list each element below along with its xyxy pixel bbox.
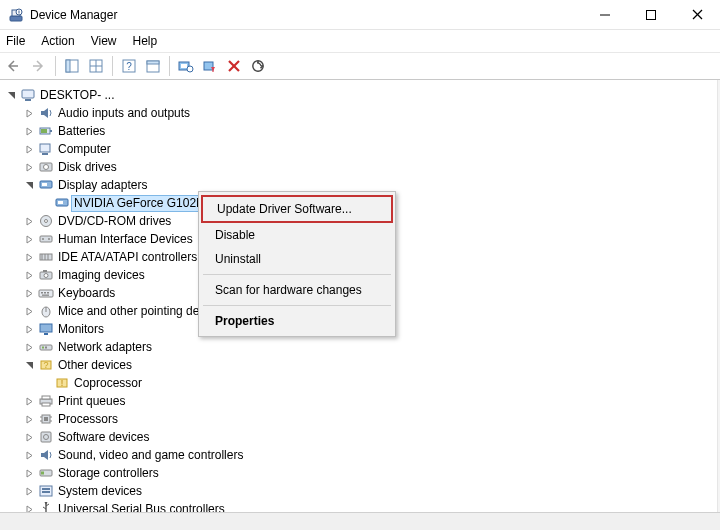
- forward-button[interactable]: [28, 55, 50, 77]
- display-adapter-icon: [54, 195, 70, 211]
- expander-icon[interactable]: [22, 232, 36, 246]
- expander-icon[interactable]: [22, 160, 36, 174]
- ctx-properties[interactable]: Properties: [201, 309, 393, 333]
- svg-rect-3: [19, 10, 20, 13]
- expander-icon[interactable]: [22, 466, 36, 480]
- properties-button[interactable]: [142, 55, 164, 77]
- node-label: Monitors: [58, 322, 104, 336]
- warning-device-icon: !: [54, 375, 70, 391]
- tree-node-audio[interactable]: Audio inputs and outputs: [4, 104, 711, 122]
- svg-point-43: [48, 238, 50, 240]
- svg-rect-9: [66, 60, 70, 72]
- expander-icon[interactable]: [22, 358, 36, 372]
- expander-icon[interactable]: [22, 304, 36, 318]
- node-label: Coprocessor: [74, 376, 142, 390]
- svg-rect-54: [47, 292, 49, 294]
- tree-node-network[interactable]: Network adapters: [4, 338, 711, 356]
- node-label: Display adapters: [58, 178, 147, 192]
- expander-icon[interactable]: [22, 286, 36, 300]
- tree-node-storage-controllers[interactable]: Storage controllers: [4, 464, 711, 482]
- tree-node-computer[interactable]: Computer: [4, 140, 711, 158]
- svg-rect-62: [45, 347, 47, 349]
- expander-icon[interactable]: [22, 106, 36, 120]
- toolbar-separator: [169, 56, 170, 76]
- menu-action[interactable]: Action: [41, 34, 74, 48]
- uninstall-button[interactable]: [223, 55, 245, 77]
- svg-rect-29: [50, 130, 52, 132]
- tree-node-print-queues[interactable]: Print queues: [4, 392, 711, 410]
- expander-icon[interactable]: [22, 250, 36, 264]
- tree-node-processors[interactable]: Processors: [4, 410, 711, 428]
- back-button[interactable]: [4, 55, 26, 77]
- node-label: Network adapters: [58, 340, 152, 354]
- node-label: NVIDIA GeForce G102M: [74, 196, 206, 210]
- title-bar: Device Manager: [0, 0, 720, 30]
- expander-icon[interactable]: [22, 142, 36, 156]
- menu-view[interactable]: View: [91, 34, 117, 48]
- svg-text:?: ?: [126, 61, 132, 72]
- display-adapter-icon: [38, 177, 54, 193]
- tree-node-other-devices[interactable]: ? Other devices: [4, 356, 711, 374]
- node-label: Software devices: [58, 430, 149, 444]
- pc-icon: [38, 141, 54, 157]
- minimize-button[interactable]: [582, 0, 628, 29]
- ctx-disable[interactable]: Disable: [201, 223, 393, 247]
- app-icon: [8, 7, 24, 23]
- svg-rect-5: [647, 10, 656, 19]
- expander-icon[interactable]: [22, 502, 36, 512]
- expander-icon[interactable]: [22, 394, 36, 408]
- svg-rect-59: [44, 333, 48, 335]
- tree-node-system-devices[interactable]: System devices: [4, 482, 711, 500]
- ctx-update-driver[interactable]: Update Driver Software...: [203, 197, 391, 221]
- node-label: Disk drives: [58, 160, 117, 174]
- node-label: Batteries: [58, 124, 105, 138]
- expander-icon[interactable]: [22, 412, 36, 426]
- expander-icon[interactable]: [22, 322, 36, 336]
- svg-rect-38: [58, 201, 63, 204]
- expander-icon[interactable]: [22, 178, 36, 192]
- expander-icon[interactable]: [22, 484, 36, 498]
- tree-node-coprocessor[interactable]: ! Coprocessor: [4, 374, 711, 392]
- tree-node-usb[interactable]: Universal Serial Bus controllers: [4, 500, 711, 512]
- expander-icon[interactable]: [22, 340, 36, 354]
- monitor-icon: [38, 321, 54, 337]
- svg-rect-0: [10, 16, 22, 21]
- tree-node-sound-video[interactable]: Sound, video and game controllers: [4, 446, 711, 464]
- software-icon: [38, 429, 54, 445]
- show-hide-tree-button[interactable]: [61, 55, 83, 77]
- ctx-uninstall[interactable]: Uninstall: [201, 247, 393, 271]
- maximize-button[interactable]: [628, 0, 674, 29]
- node-label: Sound, video and game controllers: [58, 448, 243, 462]
- expander-icon[interactable]: [22, 124, 36, 138]
- tree-node-disk-drives[interactable]: Disk drives: [4, 158, 711, 176]
- tree-node-batteries[interactable]: Batteries: [4, 122, 711, 140]
- tree-root[interactable]: DESKTOP- ...: [4, 86, 711, 104]
- expander-icon[interactable]: [22, 430, 36, 444]
- camera-icon: [38, 267, 54, 283]
- svg-rect-41: [40, 236, 52, 242]
- expander-icon[interactable]: [22, 268, 36, 282]
- update-driver-button[interactable]: [175, 55, 197, 77]
- svg-rect-36: [42, 183, 47, 186]
- svg-rect-18: [181, 64, 187, 68]
- disable-button[interactable]: [199, 55, 221, 77]
- scan-hardware-button[interactable]: [247, 55, 269, 77]
- menu-file[interactable]: File: [6, 34, 25, 48]
- view-devices-by-type-button[interactable]: [85, 55, 107, 77]
- svg-rect-21: [212, 67, 213, 72]
- close-button[interactable]: [674, 0, 720, 29]
- network-icon: [38, 339, 54, 355]
- menu-help[interactable]: Help: [133, 34, 158, 48]
- expander-icon[interactable]: [4, 88, 18, 102]
- disk-icon: [38, 159, 54, 175]
- node-label: Processors: [58, 412, 118, 426]
- expander-icon[interactable]: [22, 214, 36, 228]
- tree-node-software-devices[interactable]: Software devices: [4, 428, 711, 446]
- toolbar: ?: [0, 52, 720, 80]
- expander-icon[interactable]: [22, 448, 36, 462]
- svg-rect-30: [41, 129, 47, 133]
- node-label: IDE ATA/ATAPI controllers: [58, 250, 197, 264]
- help-button[interactable]: ?: [118, 55, 140, 77]
- ctx-scan-hardware[interactable]: Scan for hardware changes: [201, 278, 393, 302]
- sound-icon: [38, 447, 54, 463]
